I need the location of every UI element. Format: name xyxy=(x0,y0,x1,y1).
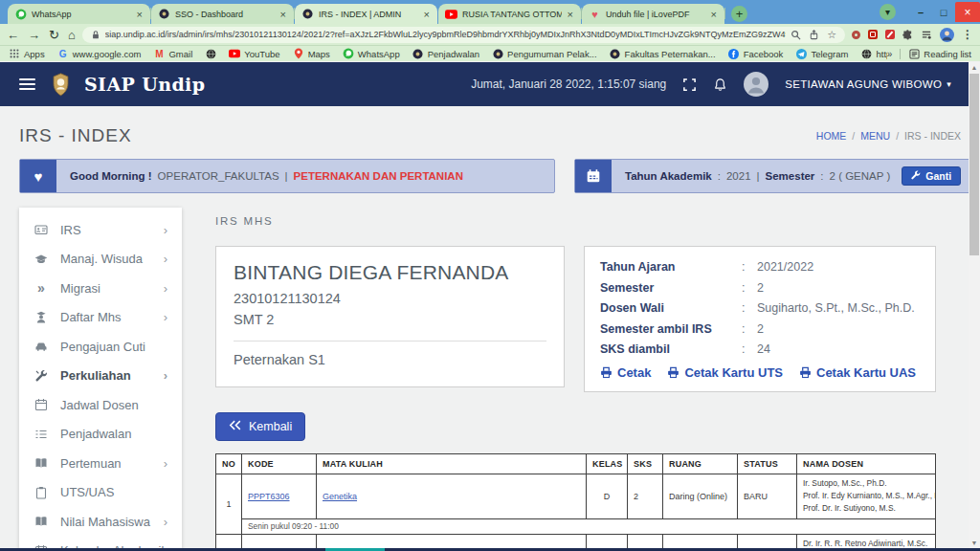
course-code-link[interactable]: PPPT6306 xyxy=(248,492,290,501)
info-row-dosen-wali: Dosen Wali:Sugiharto, S.Pt., M.Sc., Ph.D… xyxy=(600,298,920,320)
print-link-cetak-kartu-uas[interactable]: Cetak Kartu UAS xyxy=(799,365,916,380)
bookmark-www-google-com[interactable]: Gwww.google.com xyxy=(57,48,142,59)
puzzle-icon[interactable] xyxy=(902,30,913,40)
telegram-icon xyxy=(795,49,807,59)
user-name: SETIAWAN AGUNG WIBOWO xyxy=(785,78,942,90)
greeting-salutation: Good Morning ! xyxy=(70,170,152,182)
bookmark-label: Pengumuman Pelak... xyxy=(507,49,596,59)
print-link-cetak-kartu-uts[interactable]: Cetak Kartu UTS xyxy=(667,365,783,380)
sidebar-item-label: Manaj. Wisuda xyxy=(60,252,143,266)
tab-close-icon[interactable]: × xyxy=(136,9,144,20)
menu-dots-icon[interactable]: ⋮ xyxy=(962,28,973,41)
address-bar[interactable]: siap.undip.ac.id/irs/admin/irs/mhs/23010… xyxy=(82,27,845,43)
browser-tab-whatsapp[interactable]: WhatsApp× xyxy=(8,4,150,24)
bookmark-whatsapp[interactable]: WhatsApp xyxy=(343,48,400,59)
chevron-right-icon: › xyxy=(164,223,167,237)
sidebar-item-pengajuan-cuti[interactable]: Pengajuan Cuti xyxy=(19,332,182,362)
tab-close-icon[interactable]: × xyxy=(423,9,431,20)
bookmark-facebook[interactable]: Facebook xyxy=(728,48,784,59)
back-icon[interactable]: ← xyxy=(7,29,19,41)
page-scrollbar[interactable]: ▲ ▼ xyxy=(969,62,980,548)
browser-tab-sso-dashboard[interactable]: SSO - Dashboard× xyxy=(151,4,294,24)
share-icon[interactable] xyxy=(809,29,819,41)
tab-search-icon[interactable]: ▾ xyxy=(880,4,896,20)
forward-icon[interactable]: → xyxy=(28,29,40,41)
profile-avatar-icon[interactable] xyxy=(940,28,954,42)
dosen-name: Prof. Ir. Edy Kurnianto, M.S., M.Agr., P… xyxy=(803,490,929,502)
tab-close-icon[interactable]: × xyxy=(710,9,718,20)
star-icon[interactable]: ☆ xyxy=(827,29,836,41)
sidebar-item-manaj-wisuda[interactable]: Manaj. Wisuda› xyxy=(19,245,182,275)
bookmark-gmail[interactable]: MGmail xyxy=(153,48,192,59)
tab-close-icon[interactable]: × xyxy=(567,9,574,20)
notifications-bell-icon[interactable] xyxy=(713,77,727,92)
tab-close-icon[interactable]: × xyxy=(279,9,287,20)
scroll-down-icon[interactable]: ▼ xyxy=(969,538,980,548)
hamburger-menu-icon[interactable] xyxy=(17,75,37,94)
whatsapp-icon xyxy=(14,9,27,20)
scrollbar-thumb[interactable] xyxy=(969,74,979,255)
new-tab-button[interactable]: + xyxy=(731,6,747,22)
apps-icon xyxy=(9,49,20,58)
home-icon[interactable]: ⌂ xyxy=(68,29,76,41)
sidebar-item-irs[interactable]: IRS› xyxy=(19,215,182,245)
sidebar-item-perkuliahan[interactable]: Perkuliahan› xyxy=(19,362,182,391)
browser-tab-rusia-tantang-ottoman-pr[interactable]: RUSIA TANTANG OTTOMAN ,PR...× xyxy=(438,4,581,24)
overflow-bookmarks-icon[interactable]: » xyxy=(887,49,893,59)
sidebar-item-pertemuan[interactable]: Pertemuan› xyxy=(19,449,182,478)
bookmark-site[interactable] xyxy=(205,48,216,59)
media-list-icon[interactable] xyxy=(921,30,932,40)
ext-pen-icon[interactable] xyxy=(885,30,895,39)
bookmark-maps[interactable]: Maps xyxy=(293,48,330,59)
breadcrumb-home[interactable]: HOME xyxy=(816,130,847,142)
browser-tab-unduh-file-ilovepdf[interactable]: ♥Unduh file | iLovePDF× xyxy=(582,4,724,24)
chevron-right-icon: › xyxy=(164,456,167,471)
sidebar-item-penjadwalan[interactable]: Penjadwalan xyxy=(19,420,182,450)
sidebar-item-label: UTS/UAS xyxy=(60,485,114,499)
sidebar-item-migrasi[interactable]: »Migrasi› xyxy=(19,274,182,303)
ext-adobe-icon[interactable] xyxy=(852,31,860,39)
minimize-icon[interactable]: – xyxy=(909,2,932,22)
user-menu[interactable]: SETIAWAN AGUNG WIBOWO ▾ xyxy=(785,78,951,90)
kembali-button[interactable]: Kembali xyxy=(215,412,305,441)
sidebar-item-daftar-mhs[interactable]: Daftar Mhs› xyxy=(19,303,182,333)
magnifier-icon[interactable] xyxy=(791,29,801,41)
reading-list-button[interactable]: Reading list xyxy=(908,49,971,59)
tab-title: WhatsApp xyxy=(32,10,131,19)
cell-status: BARU xyxy=(738,474,797,518)
sidebar-item-nilai-mahasiswa[interactable]: Nilai Mahasiswa› xyxy=(19,507,182,537)
course-name-link[interactable]: Genetika xyxy=(323,492,357,501)
user-grad-icon xyxy=(33,311,49,324)
sidebar-item-jadwal-dosen[interactable]: Jadwal Dosen xyxy=(19,390,182,420)
sidebar-item-label: Perkuliahan xyxy=(60,368,131,383)
bookmark-https-sertifikasi-is[interactable]: https://sertifikasi.is... xyxy=(860,48,886,59)
ganti-button[interactable]: Ganti xyxy=(902,166,961,186)
bookmark-pengumuman-pelak[interactable]: Pengumuman Pelak... xyxy=(492,48,596,59)
undip-icon xyxy=(158,9,170,19)
bookmark-youtube[interactable]: YouTube xyxy=(229,48,279,59)
bookmark-fakultas-peternakan[interactable]: Fakultas Peternakan... xyxy=(610,48,716,59)
bookmark-penjadwalan[interactable]: Penjadwalan xyxy=(412,48,479,59)
breadcrumb-irs-index: IRS - INDEX xyxy=(904,130,961,142)
sidebar-item-uts-uas[interactable]: UTS/UAS xyxy=(19,478,182,508)
scroll-up-icon[interactable]: ▲ xyxy=(969,62,980,73)
browser-tab-irs-index-admin[interactable]: IRS - INDEX | ADMIN× xyxy=(295,4,437,24)
academic-year-alert: Tahun Akademik: 2021 | Semester: 2 ( GEN… xyxy=(574,159,969,193)
bookmark-apps[interactable]: Apps xyxy=(9,48,45,59)
clipboard-icon xyxy=(33,486,49,499)
tab-list: WhatsApp×SSO - Dashboard×IRS - INDEX | A… xyxy=(8,4,725,24)
close-icon[interactable]: × xyxy=(955,2,980,22)
bookmark-telegram[interactable]: Telegram xyxy=(795,48,848,59)
user-avatar[interactable] xyxy=(744,72,768,97)
reload-icon[interactable]: ↻ xyxy=(49,29,59,41)
url-text[interactable]: siap.undip.ac.id/irs/admin/irs/mhs/23010… xyxy=(105,30,786,39)
print-link-cetak[interactable]: Cetak xyxy=(600,365,651,380)
cell-ruang: Daring (Online) xyxy=(663,474,738,518)
printer-icon xyxy=(667,366,679,379)
ext-pdf-icon[interactable] xyxy=(868,30,878,39)
header-datetime: Jumat, Januari 28 2022, 1:15:07 siang xyxy=(471,77,666,91)
globe-icon xyxy=(860,49,872,59)
breadcrumb-menu[interactable]: MENU xyxy=(860,130,890,142)
fullscreen-icon[interactable] xyxy=(682,77,697,92)
restore-icon[interactable]: □ xyxy=(932,2,955,22)
